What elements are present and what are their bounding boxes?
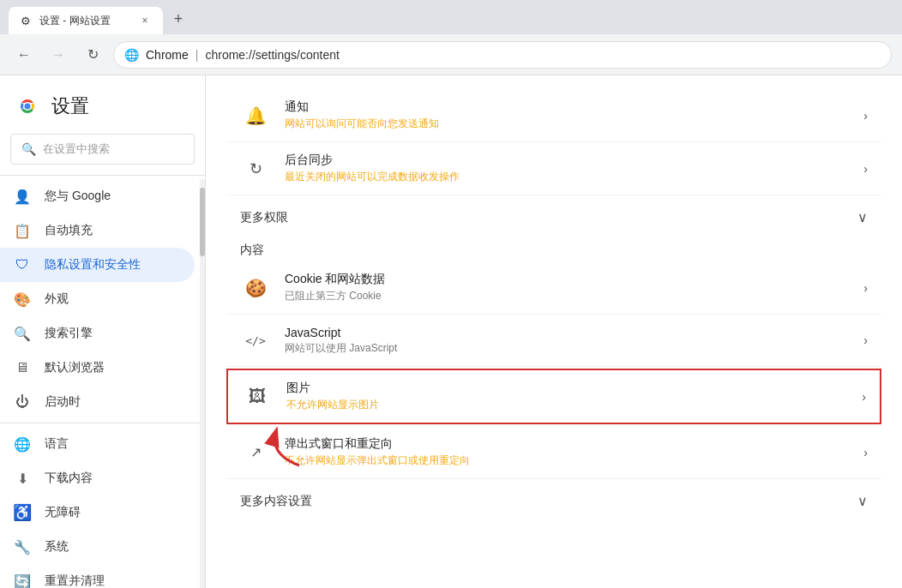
sidebar: 设置 🔍 在设置中搜索 👤 您与 Google 📋 自动填充 [0,75,206,588]
sidebar-item-reset[interactable]: 🔄 重置并清理 [0,564,195,588]
javascript-row[interactable]: </> JavaScript 网站可以使用 JavaScript › [226,315,881,367]
cookies-title: Cookie 和网站数据 [285,272,850,287]
reset-icon: 🔄 [14,573,31,588]
background-sync-title: 后台同步 [285,153,850,168]
browser-frame: ⚙ 设置 - 网站设置 × + ← → ↻ 🌐 Chrome | chrome:… [0,0,902,588]
sidebar-divider [0,175,205,176]
scrollbar-track[interactable] [200,179,205,588]
sidebar-item-privacy[interactable]: 🛡 隐私设置和安全性 [0,248,195,282]
popups-chevron-icon: › [863,446,868,459]
sidebar-label-reset: 重置并清理 [45,573,181,588]
active-tab[interactable]: ⚙ 设置 - 网站设置 × [9,7,163,34]
more-content-header[interactable]: 更多内容设置 ∨ [226,479,881,516]
autofill-icon: 📋 [14,222,31,239]
address-brand: Chrome [146,48,189,62]
more-permissions-expand-icon: ∨ [857,209,868,225]
tab-favicon: ⚙ [19,14,33,27]
images-row[interactable]: 🖼 图片 不允许网站显示图片 › [226,369,881,424]
nav-bar: ← → ↻ 🌐 Chrome | chrome://settings/conte… [0,34,902,75]
cookies-icon: 🍪 [240,273,271,303]
sidebar-item-autofill[interactable]: 📋 自动填充 [0,213,195,248]
sidebar-item-browser[interactable]: 🖥 默认浏览器 [0,351,195,385]
more-content-expand-icon: ∨ [857,493,868,509]
address-separator: | [195,48,199,62]
sidebar-item-system[interactable]: 🔧 系统 [0,530,195,564]
startup-icon: ⏻ [14,393,31,411]
javascript-info: JavaScript 网站可以使用 JavaScript [285,326,850,356]
settings-title: 设置 [51,93,89,119]
background-sync-subtitle: 最近关闭的网站可以完成数据收发操作 [285,170,850,184]
images-chevron-icon: › [862,390,866,404]
downloads-icon: ⬇ [14,470,31,487]
sidebar-label-autofill: 自动填充 [45,223,181,238]
address-bar[interactable]: 🌐 Chrome | chrome://settings/content [113,41,892,69]
person-icon: 👤 [14,188,31,205]
cookies-info: Cookie 和网站数据 已阻止第三方 Cookie [285,272,850,303]
notifications-subtitle: 网站可以询问可能否向您发送通知 [285,117,850,131]
sidebar-item-appearance[interactable]: 🎨 外观 [0,282,195,316]
tab-close-button[interactable]: × [137,13,153,28]
sidebar-item-languages[interactable]: 🌐 语言 [0,427,195,461]
more-permissions-header[interactable]: 更多权限 ∨ [226,195,881,232]
notifications-icon: 🔔 [240,100,271,131]
tab-title: 设置 - 网站设置 [39,14,130,28]
tab-bar: ⚙ 设置 - 网站设置 × + [0,0,902,34]
forward-button[interactable]: → [45,41,72,69]
sidebar-item-search[interactable]: 🔍 搜索引擎 [0,316,195,351]
sidebar-label-system: 系统 [45,539,181,555]
sidebar-header: 设置 [0,75,205,134]
javascript-subtitle: 网站可以使用 JavaScript [285,341,850,356]
refresh-button[interactable]: ↻ [79,41,106,69]
address-favicon-icon: 🌐 [124,48,139,62]
sidebar-label-browser: 默认浏览器 [45,360,181,375]
cookies-row[interactable]: 🍪 Cookie 和网站数据 已阻止第三方 Cookie › [226,261,881,315]
notifications-row[interactable]: 🔔 通知 网站可以询问可能否向您发送通知 › [226,89,881,142]
popups-section: ↗ 弹出式窗口和重定向 不允许网站显示弹出式窗口或使用重定向 › [226,426,881,479]
popups-subtitle: 不允许网站显示弹出式窗口或使用重定向 [285,453,850,468]
new-tab-button[interactable]: + [166,7,190,31]
sidebar-label-languages: 语言 [45,436,181,452]
background-sync-row[interactable]: ↻ 后台同步 最近关闭的网站可以完成数据收发操作 › [226,142,881,195]
notifications-info: 通知 网站可以询问可能否向您发送通知 [285,99,850,131]
sidebar-label-profile: 您与 Google [45,189,181,204]
notifications-chevron-icon: › [863,109,868,123]
content-section-label: 内容 [226,232,881,261]
javascript-icon: </> [240,325,271,356]
cookies-chevron-icon: › [863,281,868,295]
scrollbar-thumb[interactable] [200,188,205,256]
svg-point-3 [25,104,31,110]
sidebar-search[interactable]: 🔍 在设置中搜索 [10,134,195,165]
languages-icon: 🌐 [14,435,31,453]
background-sync-chevron-icon: › [863,162,868,176]
browser-icon: 🖥 [14,359,31,376]
appearance-icon: 🎨 [14,291,31,308]
sidebar-label-search: 搜索引擎 [45,326,181,341]
popups-icon: ↗ [240,437,271,468]
popups-info: 弹出式窗口和重定向 不允许网站显示弹出式窗口或使用重定向 [285,436,850,468]
sidebar-label-privacy: 隐私设置和安全性 [45,257,181,273]
sidebar-item-downloads[interactable]: ⬇ 下载内容 [0,461,195,495]
sidebar-label-appearance: 外观 [45,291,181,307]
shield-icon: 🛡 [14,256,31,273]
sidebar-nav: 👤 您与 Google 📋 自动填充 🛡 隐私设置和安全性 🎨 外观 🔍 [0,179,205,588]
sidebar-label-accessibility: 无障碍 [45,505,181,520]
popups-row[interactable]: ↗ 弹出式窗口和重定向 不允许网站显示弹出式窗口或使用重定向 › [226,426,881,479]
images-title: 图片 [286,381,848,396]
images-icon: 🖼 [242,381,273,412]
sidebar-item-profile[interactable]: 👤 您与 Google [0,179,195,213]
accessibility-icon: ♿ [14,504,31,521]
more-content-label: 更多内容设置 [240,494,312,509]
back-button[interactable]: ← [10,41,38,69]
popups-title: 弹出式窗口和重定向 [285,436,850,452]
sidebar-item-startup[interactable]: ⏻ 启动时 [0,385,195,419]
search-icon: 🔍 [21,142,36,156]
content-area: 🔔 通知 网站可以询问可能否向您发送通知 › ↻ 后台同步 最近关闭的网站可以完… [206,75,902,588]
background-sync-icon: ↻ [240,153,271,184]
sidebar-label-downloads: 下载内容 [45,471,181,486]
sidebar-label-startup: 启动时 [45,394,181,410]
search-nav-icon: 🔍 [14,325,31,342]
sidebar-item-accessibility[interactable]: ♿ 无障碍 [0,495,195,530]
images-info: 图片 不允许网站显示图片 [286,381,848,412]
javascript-chevron-icon: › [863,333,868,347]
cookies-subtitle: 已阻止第三方 Cookie [285,289,850,303]
